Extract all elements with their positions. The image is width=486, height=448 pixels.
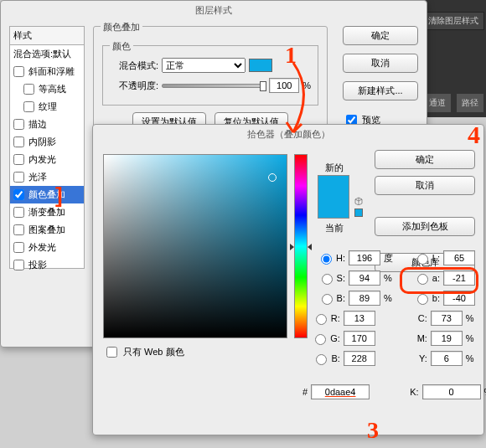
annotation-3: 3 xyxy=(367,417,379,444)
style-item-11[interactable]: 投影 xyxy=(10,256,84,274)
h-input[interactable] xyxy=(349,250,380,265)
style-checkbox-11[interactable] xyxy=(13,260,24,270)
color-picker-dialog: 拾色器（叠加颜色） 新的 当前 确定 取消 添加到色板 颜色库 H: 度 L: … xyxy=(92,124,484,435)
style-label-2: 纹理 xyxy=(39,100,57,113)
cube-icon xyxy=(354,197,363,205)
k-input[interactable] xyxy=(422,384,481,399)
annotation-circle-ok xyxy=(400,267,478,294)
style-checkbox-5[interactable] xyxy=(13,154,24,165)
k-label: K: xyxy=(410,387,418,397)
bl-input[interactable] xyxy=(344,351,375,366)
lab-b-radio[interactable] xyxy=(417,294,428,305)
g-label: G: xyxy=(330,333,340,343)
picker-ok-button[interactable]: 确定 xyxy=(375,150,475,169)
style-label-0: 斜面和浮雕 xyxy=(28,65,75,78)
l-radio[interactable] xyxy=(417,254,428,265)
tab-channels[interactable]: 通道 xyxy=(424,94,451,112)
h-radio[interactable] xyxy=(321,254,332,265)
add-to-swatches-button[interactable]: 添加到色板 xyxy=(375,217,475,236)
style-item-6[interactable]: 光泽 xyxy=(10,168,84,186)
style-checkbox-4[interactable] xyxy=(13,136,24,147)
hex-input[interactable] xyxy=(311,384,370,399)
layer-style-title: 图层样式 xyxy=(1,1,427,20)
style-checkbox-3[interactable] xyxy=(13,119,24,130)
new-color-swatch xyxy=(318,176,349,197)
s-radio[interactable] xyxy=(322,274,333,285)
style-item-2[interactable]: 纹理 xyxy=(10,98,84,116)
style-list: 样式 混合选项:默认 斜面和浮雕等高线纹理描边内阴影内发光光泽颜色叠加渐变叠加图… xyxy=(9,26,85,269)
blend-mode-select[interactable]: 正常 xyxy=(162,58,246,73)
overlay-color-swatch[interactable] xyxy=(249,59,272,72)
blend-mode-label: 混合模式: xyxy=(110,59,158,72)
style-label-9: 图案叠加 xyxy=(28,224,65,236)
new-color-label: 新的 xyxy=(318,162,351,174)
m-unit: % xyxy=(466,333,475,343)
layer-cancel-button[interactable]: 取消 xyxy=(343,54,418,73)
style-checkbox-8[interactable] xyxy=(13,207,24,218)
y-label: Y: xyxy=(419,353,427,363)
clear-layer-style-button[interactable]: 清除图层样式 xyxy=(422,12,484,30)
lab-b-label: b: xyxy=(432,293,440,303)
tab-paths[interactable]: 路径 xyxy=(457,94,483,112)
bri-label: B: xyxy=(337,293,345,303)
style-label-5: 内发光 xyxy=(28,153,56,166)
web-only-checkbox[interactable] xyxy=(106,347,117,358)
style-label-6: 光泽 xyxy=(28,171,47,183)
new-style-button[interactable]: 新建样式... xyxy=(343,81,418,100)
c-input[interactable] xyxy=(431,311,463,326)
hex-prefix: # xyxy=(302,387,308,397)
style-item-3[interactable]: 描边 xyxy=(10,116,84,133)
h-label: H: xyxy=(336,253,345,263)
web-only-label: 只有 Web 颜色 xyxy=(123,346,184,358)
layer-ok-button[interactable]: 确定 xyxy=(343,26,418,45)
style-checkbox-7[interactable] xyxy=(13,189,24,200)
bri-input[interactable] xyxy=(349,291,380,306)
style-checkbox-9[interactable] xyxy=(13,224,24,235)
g-radio[interactable] xyxy=(315,334,326,345)
style-label-3: 描边 xyxy=(28,118,47,131)
c-label: C: xyxy=(418,313,427,323)
annotation-arrow xyxy=(272,59,323,142)
style-label-1: 等高线 xyxy=(39,83,66,95)
s-unit: % xyxy=(384,273,395,283)
group-title-label: 颜色叠加 xyxy=(101,21,142,33)
h-unit: 度 xyxy=(384,252,395,265)
style-item-1[interactable]: 等高线 xyxy=(10,80,84,98)
style-item-4[interactable]: 内阴影 xyxy=(10,133,84,151)
bl-label: B: xyxy=(331,353,339,363)
current-color-label: 当前 xyxy=(318,222,351,234)
g-input[interactable] xyxy=(344,331,375,346)
style-item-8[interactable]: 渐变叠加 xyxy=(10,203,84,221)
color-field-marker[interactable] xyxy=(268,173,277,182)
style-item-0[interactable]: 斜面和浮雕 xyxy=(10,63,84,80)
style-item-9[interactable]: 图案叠加 xyxy=(10,221,84,239)
style-item-7[interactable]: 颜色叠加 xyxy=(10,186,84,203)
style-item-5[interactable]: 内发光 xyxy=(10,151,84,168)
l-input[interactable] xyxy=(443,250,475,265)
hue-slider[interactable] xyxy=(294,154,308,338)
annotation-bracket: ] xyxy=(55,183,63,209)
style-item-10[interactable]: 外发光 xyxy=(10,239,84,256)
r-radio[interactable] xyxy=(316,314,327,325)
m-input[interactable] xyxy=(431,331,463,346)
r-input[interactable] xyxy=(344,311,375,326)
web-safe-swatch[interactable] xyxy=(354,209,363,217)
style-label-11: 投影 xyxy=(28,259,47,271)
s-input[interactable] xyxy=(349,270,380,286)
blend-options-default[interactable]: 混合选项:默认 xyxy=(10,45,84,63)
bri-radio[interactable] xyxy=(322,294,333,305)
c-unit: % xyxy=(466,313,475,323)
bl-radio[interactable] xyxy=(316,354,327,365)
y-input[interactable] xyxy=(431,351,463,366)
style-label-10: 外发光 xyxy=(28,241,56,254)
color-field[interactable] xyxy=(103,154,287,338)
style-checkbox-10[interactable] xyxy=(13,242,24,253)
style-checkbox-0[interactable] xyxy=(13,66,24,77)
r-label: R: xyxy=(331,313,340,323)
style-checkbox-2[interactable] xyxy=(23,101,34,112)
opacity-slider[interactable] xyxy=(162,84,266,88)
current-color-swatch xyxy=(318,197,349,218)
style-checkbox-6[interactable] xyxy=(13,172,24,183)
picker-cancel-button[interactable]: 取消 xyxy=(375,176,475,195)
style-checkbox-1[interactable] xyxy=(23,84,34,95)
